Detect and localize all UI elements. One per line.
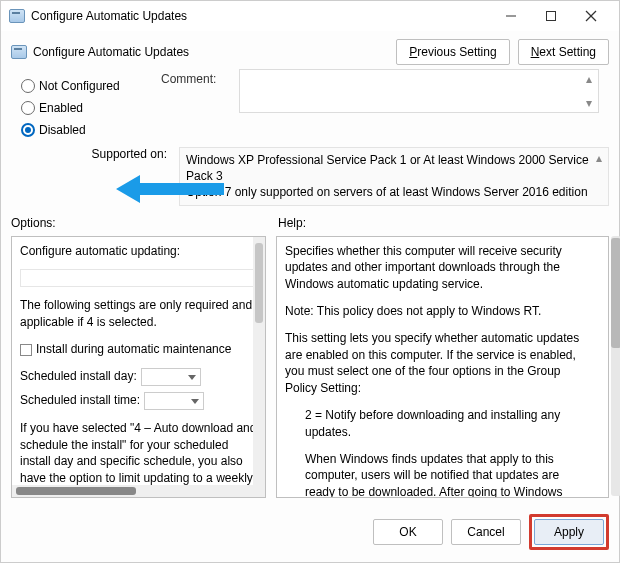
titlebar: Configure Automatic Updates [1, 1, 619, 31]
radio-disabled-label: Disabled [39, 123, 86, 137]
previous-setting-button[interactable]: Previous Setting [396, 39, 509, 65]
options-vscrollbar[interactable] [253, 237, 265, 497]
minimize-button[interactable] [491, 2, 531, 30]
svg-rect-1 [547, 12, 556, 21]
install-maintenance-label: Install during automatic maintenance [36, 342, 231, 356]
supported-on-text: Windows XP Professional Service Pack 1 o… [179, 147, 609, 206]
configure-updating-dropdown[interactable] [20, 269, 257, 287]
annotation-arrow-icon [116, 173, 226, 205]
ok-button[interactable]: OK [373, 519, 443, 545]
help-p3: This setting lets you specify whether au… [285, 330, 590, 397]
apply-button[interactable]: Apply [534, 519, 604, 545]
chevron-up-icon[interactable]: ▴ [592, 150, 606, 166]
svg-marker-4 [116, 175, 224, 203]
policy-title: Configure Automatic Updates [33, 45, 396, 59]
help-p4: 2 = Notify before downloading and instal… [285, 407, 590, 441]
radio-enabled-label: Enabled [39, 101, 83, 115]
chevron-up-icon[interactable]: ▴ [582, 72, 596, 86]
configure-updating-label: Configure automatic updating: [20, 243, 257, 260]
help-heading: Help: [278, 216, 306, 230]
maximize-button[interactable] [531, 2, 571, 30]
radio-not-configured-label: Not Configured [39, 79, 120, 93]
help-panel: Specifies whether this computer will rec… [276, 236, 609, 498]
close-button[interactable] [571, 2, 611, 30]
scheduled-day-label: Scheduled install day: [20, 369, 137, 383]
scheduled-time-dropdown[interactable] [144, 392, 204, 410]
help-vscrollbar[interactable] [611, 236, 620, 496]
help-p1: Specifies whether this computer will rec… [285, 243, 590, 293]
comment-label: Comment: [161, 69, 231, 86]
chevron-down-icon[interactable]: ▾ [582, 96, 596, 110]
apply-highlight: Apply [529, 514, 609, 550]
install-maintenance-checkbox[interactable] [20, 344, 32, 356]
next-setting-button[interactable]: Next Setting [518, 39, 609, 65]
radio-disabled[interactable] [21, 123, 35, 137]
window-title: Configure Automatic Updates [31, 9, 187, 23]
cancel-button[interactable]: Cancel [451, 519, 521, 545]
radio-enabled[interactable] [21, 101, 35, 115]
options-panel: Configure automatic updating: The follow… [11, 236, 266, 498]
scheduled-day-dropdown[interactable] [141, 368, 201, 386]
options-heading: Options: [11, 216, 266, 230]
policy-icon [11, 45, 27, 59]
radio-not-configured[interactable] [21, 79, 35, 93]
help-p2: Note: This policy does not apply to Wind… [285, 303, 590, 320]
scheduled-time-label: Scheduled install time: [20, 393, 140, 407]
supported-on-label: Supported on: [11, 147, 171, 161]
policy-icon [9, 9, 25, 23]
comment-textarea[interactable]: ▴ ▾ [239, 69, 599, 113]
required-note: The following settings are only required… [20, 297, 257, 331]
options-hscrollbar[interactable] [12, 485, 265, 497]
help-p5: When Windows finds updates that apply to… [285, 451, 590, 497]
